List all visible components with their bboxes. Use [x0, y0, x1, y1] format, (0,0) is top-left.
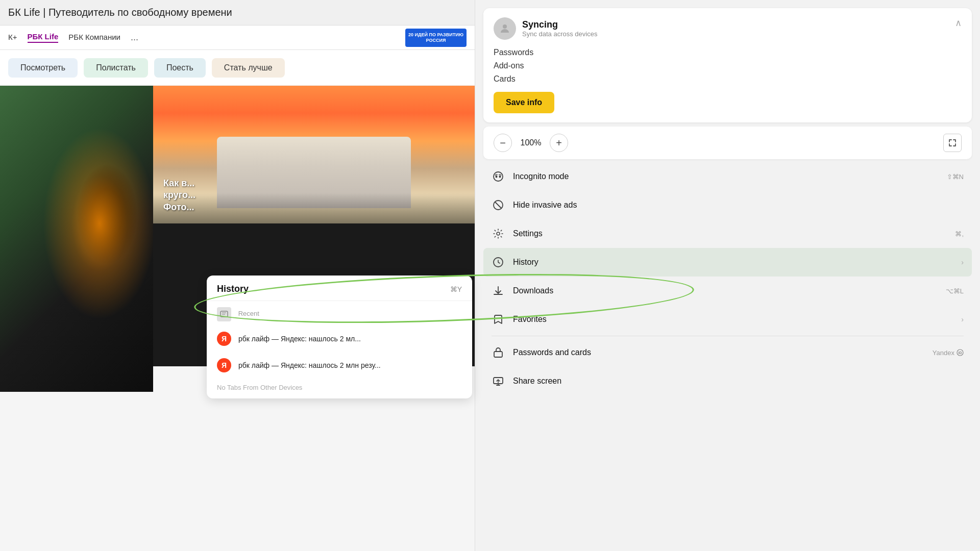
- sync-cards[interactable]: Cards: [494, 74, 962, 84]
- sync-avatar: [494, 17, 516, 40]
- category-bar: Посмотреть Полистать Поесть Стать лучше: [0, 50, 475, 86]
- incognito-shortcut: ⇧⌘N: [947, 173, 964, 181]
- svg-rect-11: [494, 352, 502, 357]
- fish-detail-overlay: [0, 86, 153, 392]
- hide-ads-icon: [492, 198, 505, 212]
- history-dropdown: History ⌘Y Recent Я рбк лайф — Яндекс: н…: [207, 276, 472, 398]
- history-item-2[interactable]: Я рбк лайф — Яндекс: нашлось 2 млн резу.…: [207, 352, 472, 379]
- history-item-1[interactable]: Я рбк лайф — Яндекс: нашлось 2 мл...: [207, 325, 472, 352]
- incognito-icon: [492, 170, 505, 183]
- fish-image: [0, 86, 153, 392]
- sync-text-group: Syncing Sync data across devices: [522, 19, 597, 38]
- category-btn-watch[interactable]: Посмотреть: [8, 58, 78, 78]
- history-dropdown-title: History: [217, 284, 249, 294]
- history-icon: [492, 256, 505, 269]
- history-browser-icon: [217, 307, 231, 321]
- zoom-value: 100%: [518, 138, 544, 147]
- category-btn-better[interactable]: Стать лучше: [212, 58, 285, 78]
- zoom-increase-button[interactable]: +: [550, 134, 568, 152]
- history-footer: No Tabs From Other Devices: [207, 379, 472, 398]
- history-shortcut: ⌘Y: [450, 285, 462, 293]
- zoom-expand-button[interactable]: [943, 134, 962, 152]
- nav-item-k[interactable]: К+: [8, 33, 17, 42]
- menu-item-settings[interactable]: Settings ⌘,: [483, 219, 972, 248]
- zoom-bar: − 100% +: [483, 127, 972, 159]
- svg-line-8: [495, 202, 501, 208]
- svg-point-9: [497, 232, 500, 235]
- menu-item-favorites[interactable]: Favorites ›: [483, 305, 972, 334]
- menu-divider: [492, 336, 964, 336]
- settings-shortcut: ⌘,: [955, 230, 964, 238]
- favorites-arrow-icon: ›: [961, 315, 964, 323]
- history-item-1-text: рбк лайф — Яндекс: нашлось 2 мл...: [238, 335, 361, 343]
- sync-subtitle: Sync data across devices: [522, 30, 597, 38]
- svg-point-6: [499, 176, 501, 178]
- yandex-icon-1: Я: [217, 332, 231, 346]
- menu-item-passwords[interactable]: Passwords and cards Yandex ID: [483, 338, 972, 367]
- sync-chevron-icon[interactable]: ∧: [955, 17, 962, 29]
- yandex-icon-2: Я: [217, 358, 231, 372]
- history-arrow-icon: ›: [961, 258, 964, 266]
- svg-text:ID: ID: [959, 351, 962, 355]
- share-screen-label: Share screen: [513, 377, 964, 386]
- menu-item-history[interactable]: History ›: [483, 248, 972, 277]
- settings-icon: [492, 227, 505, 240]
- sync-info: Syncing Sync data across devices: [494, 17, 597, 40]
- downloads-shortcut: ⌥⌘L: [946, 287, 964, 295]
- save-info-button[interactable]: Save info: [494, 92, 554, 113]
- menu-item-hide-ads[interactable]: Hide invasive ads: [483, 191, 972, 219]
- sync-panel: Syncing Sync data across devices ∧ Passw…: [483, 8, 972, 122]
- history-menu-label: History: [513, 258, 949, 267]
- category-btn-eat[interactable]: Поесть: [154, 58, 206, 78]
- sync-items: Passwords Add-ons Cards: [494, 48, 962, 84]
- menu-item-share-screen[interactable]: Share screen: [483, 367, 972, 395]
- nav-logo: 20 ИДЕЙ ПО РАЗВИТИЮ РОССИЯ: [405, 29, 467, 47]
- svg-point-5: [496, 176, 498, 178]
- svg-point-3: [503, 24, 507, 29]
- passwords-icon: [492, 346, 505, 359]
- downloads-label: Downloads: [513, 286, 938, 295]
- settings-label: Settings: [513, 229, 947, 238]
- ship-image: Как в...круго...Фото...: [153, 86, 475, 223]
- nav-item-rbk-life[interactable]: РБК Life: [28, 32, 59, 43]
- yandex-id-icon: ID: [957, 349, 964, 356]
- ship-overlay: [153, 193, 475, 223]
- sync-passwords[interactable]: Passwords: [494, 48, 962, 57]
- history-recent-label: Recent: [207, 301, 472, 325]
- incognito-label: Incognito mode: [513, 172, 939, 181]
- menu-item-incognito[interactable]: Incognito mode ⇧⌘N: [483, 162, 972, 191]
- nav-bar: К+ РБК Life РБК Компании ... 20 ИДЕЙ ПО …: [0, 26, 475, 50]
- yandex-id-badge: Yandex ID: [933, 349, 964, 357]
- ship-caption: Как в...круго...Фото...: [163, 178, 195, 213]
- yandex-id-text: Yandex: [933, 349, 954, 357]
- nav-more-button[interactable]: ...: [131, 32, 138, 43]
- sync-addons[interactable]: Add-ons: [494, 61, 962, 70]
- hide-ads-label: Hide invasive ads: [513, 201, 964, 210]
- menu-item-downloads[interactable]: Downloads ⌥⌘L: [483, 277, 972, 305]
- browser-menu-panel: Syncing Sync data across devices ∧ Passw…: [475, 0, 980, 551]
- zoom-decrease-button[interactable]: −: [494, 134, 512, 152]
- sync-header: Syncing Sync data across devices ∧: [494, 17, 962, 40]
- page-title: БК Life | Путеводитель по свободному вре…: [8, 7, 232, 18]
- tab-bar: БК Life | Путеводитель по свободному вре…: [0, 0, 475, 26]
- history-item-2-text: рбк лайф — Яндекс: нашлось 2 млн резу...: [238, 361, 381, 369]
- sync-title: Syncing: [522, 19, 597, 30]
- category-btn-browse[interactable]: Полистать: [84, 58, 148, 78]
- downloads-icon: [492, 284, 505, 297]
- menu-list: Incognito mode ⇧⌘N Hide invasive ads Set…: [483, 162, 972, 395]
- share-screen-icon: [492, 374, 505, 388]
- passwords-label: Passwords and cards: [513, 348, 924, 357]
- svg-point-4: [494, 172, 503, 181]
- history-dropdown-header: History ⌘Y: [207, 276, 472, 301]
- nav-item-rbk-companies[interactable]: РБК Компании: [68, 33, 120, 42]
- favorites-label: Favorites: [513, 315, 949, 324]
- favorites-icon: [492, 313, 505, 326]
